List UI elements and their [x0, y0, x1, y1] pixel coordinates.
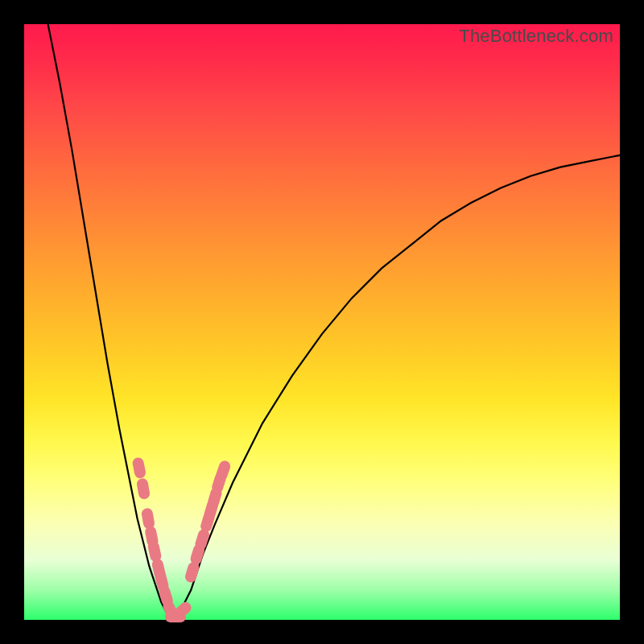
left-branch-markers-pt [147, 540, 162, 563]
curve-layer [48, 24, 620, 620]
curve-right-branch [173, 155, 620, 620]
chart-canvas [24, 24, 620, 620]
marker-layer [131, 456, 232, 622]
left-branch-markers-pt [141, 507, 155, 530]
left-branch-markers-pt [131, 456, 147, 479]
left-branch-markers-pt [136, 477, 151, 500]
plot-area: TheBottleneck.com [24, 24, 620, 620]
chart-frame: TheBottleneck.com [0, 0, 644, 644]
